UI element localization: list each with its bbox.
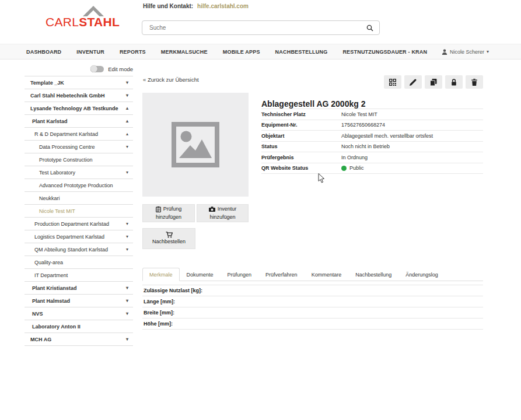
edit-button[interactable] — [404, 75, 422, 89]
detail-row: QR Website Status Public — [261, 163, 483, 174]
sidebar-item-label: Plant Karlstad — [32, 118, 68, 124]
sidebar-item-label: Lysande Technology AB Testkunde — [30, 106, 118, 111]
tab[interactable]: Dokumente — [180, 268, 221, 281]
nav-item[interactable]: NACHBESTELLUNG — [268, 49, 335, 55]
detail-row: Prüfergebnis In Ordnung — [261, 152, 483, 163]
nav-item[interactable]: MERKMALSUCHE — [153, 49, 215, 55]
sidebar-tree-item[interactable]: Nicole Test MIT — [25, 205, 133, 218]
logo-carl: CARL — [46, 15, 79, 29]
sidebar-item-label: Plant Halmstad — [32, 298, 70, 304]
sidebar-tree-item[interactable]: Quality-area — [25, 256, 133, 269]
lock-button[interactable] — [445, 75, 463, 89]
nav-item[interactable]: DASHBOARD — [19, 49, 69, 55]
logo-stahl: STAHL — [79, 15, 120, 29]
sidebar-tree-item[interactable]: Plant Kristianstad — [25, 282, 133, 295]
nav-item[interactable]: REPORTS — [112, 49, 153, 55]
toggle-knob-icon — [90, 65, 97, 72]
sidebar-tree-item[interactable]: Prototype Construction — [25, 153, 133, 166]
tab[interactable]: Prüfungen — [221, 268, 259, 281]
detail-label: Prüfergebnis — [261, 155, 341, 160]
nav-item[interactable]: MOBILE APPS — [215, 49, 268, 55]
tab[interactable]: Merkmale — [142, 268, 180, 281]
merkmal-field-row: Höhe [mm]: — [142, 318, 483, 330]
sidebar-tree-item[interactable]: QM Abteilung Standort Karlstad — [25, 243, 133, 256]
user-menu[interactable]: Nicole Scherer ▾ — [442, 44, 489, 59]
copy-button[interactable] — [425, 75, 442, 89]
sidebar-item-label: Data Processing Centre — [39, 144, 95, 150]
caret-icon — [126, 144, 128, 149]
user-icon — [442, 49, 447, 55]
sidebar-tree-item[interactable]: Production Department Karlstad — [25, 218, 133, 230]
sidebar-item-label: Nicole Test MIT — [39, 208, 75, 214]
sidebar-tree-item[interactable]: IT Department — [25, 269, 133, 282]
merkmale-fields: Zulässige Nutzlast [kg]: Länge [mm]: Bre… — [142, 285, 483, 330]
sidebar-item-label: Neukkari — [39, 195, 60, 201]
reorder-button[interactable]: Nachbestellen — [142, 228, 195, 249]
nav-item[interactable]: RESTNUTZUNGSDAUER - KRAN — [335, 49, 435, 55]
sidebar-tree-item[interactable]: Laboratory Anton II — [25, 320, 133, 333]
location-tree: Template _JK Carl Stahl Hebetechnik GmbH… — [25, 76, 133, 346]
merkmal-field-label: Zulässige Nutzlast [kg]: — [144, 288, 202, 293]
chevron-down-icon: ▾ — [487, 49, 489, 54]
tab[interactable]: Prüfverfahren — [258, 268, 305, 281]
caret-icon — [126, 106, 128, 111]
caret-icon — [126, 93, 128, 98]
sidebar-tree-item[interactable]: R & D Department Karlstad — [25, 128, 133, 141]
add-inventory-button[interactable]: Inventur hinzufügen — [197, 204, 249, 222]
sidebar-item-label: NVS — [32, 311, 43, 317]
sidebar-tree-item[interactable]: MCH AG — [25, 333, 133, 346]
search-input[interactable] — [142, 24, 361, 31]
edit-mode-toggle[interactable] — [90, 66, 104, 72]
qr-code-button[interactable] — [384, 75, 401, 89]
merkmal-field-row: Zulässige Nutzlast [kg]: — [142, 285, 483, 296]
help-link[interactable]: hilfe.carlstahl.com — [197, 3, 249, 9]
sidebar-tree-item[interactable]: Lysande Technology AB Testkunde — [25, 102, 133, 115]
detail-row: Objektart Ablagegestell mech. verstellba… — [261, 131, 483, 142]
detail-value-text: Nicole Test MIT — [341, 111, 377, 117]
back-link-label: Zurück zur Übersicht — [148, 76, 199, 83]
camera-icon — [209, 206, 215, 212]
tab[interactable]: Kommentare — [305, 268, 349, 281]
sidebar-item-label: Plant Kristianstad — [32, 285, 77, 291]
reorder-label: Nachbestellen — [152, 239, 186, 244]
sidebar-item-label: R & D Department Karlstad — [34, 131, 98, 137]
delete-button[interactable] — [466, 75, 483, 89]
sidebar-tree-item[interactable]: Neukkari — [25, 192, 133, 205]
search-button[interactable] — [361, 24, 379, 32]
sidebar-item-label: Production Department Karlstad — [34, 221, 109, 227]
main-nav: DASHBOARDINVENTURREPORTSMERKMALSUCHEMOBI… — [0, 44, 521, 60]
clipboard-icon — [156, 206, 161, 212]
detail-value-text: Ablagegestell mech. verstellbar ortsfest — [341, 133, 433, 139]
sidebar-tree-item[interactable]: NVS — [25, 307, 133, 320]
sidebar-tree-item[interactable]: Test Laboratory — [25, 166, 133, 179]
sidebar-tree-item[interactable]: Advanced Prototype Production — [25, 179, 133, 192]
detail-value: 175627650668274 — [341, 122, 385, 128]
caret-icon — [126, 221, 128, 226]
detail-row: Technischer Platz Nicole Test MIT — [261, 109, 483, 120]
sidebar-tree-item[interactable]: Carl Stahl Hebetechnik GmbH — [25, 89, 133, 102]
sidebar-tree-item[interactable]: Plant Karlstad — [25, 115, 133, 128]
sidebar-tree-item[interactable]: Data Processing Centre — [25, 141, 133, 153]
detail-value: Public — [341, 165, 364, 171]
sidebar-item-label: Logistics Department Karlstad — [34, 234, 104, 240]
detail-label: QR Website Status — [261, 165, 341, 171]
sidebar-item-label: MCH AG — [30, 337, 51, 342]
back-to-overview-link[interactable]: « Zurück zur Übersicht — [143, 76, 199, 83]
detail-value-text: Noch nicht in Betrieb — [341, 144, 390, 149]
sidebar-item-label: Quality-area — [34, 260, 63, 265]
page: CARLSTAHL Hilfe und Kontakt:hilfe.carlst… — [0, 0, 521, 420]
sidebar-tree-item[interactable]: Plant Halmstad — [25, 295, 133, 307]
tab[interactable]: Änderungslog — [398, 268, 445, 281]
page-title: Ablagegestell AG 2000kg 2 — [261, 99, 365, 108]
merkmal-field-label: Höhe [mm]: — [144, 321, 173, 327]
sidebar-tree-item[interactable]: Template _JK — [25, 76, 133, 89]
add-inspection-button[interactable]: Prüfung hinzufügen — [142, 204, 195, 222]
image-placeholder-icon — [172, 122, 219, 167]
tab[interactable]: Nachbestellung — [348, 268, 398, 281]
details-table: Technischer Platz Nicole Test MIT Equipm… — [261, 108, 483, 174]
sidebar-item-label: IT Department — [34, 272, 68, 278]
caret-icon — [126, 118, 128, 124]
nav-item[interactable]: INVENTUR — [69, 49, 112, 55]
company-logo[interactable]: CARLSTAHL — [46, 15, 120, 29]
sidebar-tree-item[interactable]: Logistics Department Karlstad — [25, 230, 133, 243]
